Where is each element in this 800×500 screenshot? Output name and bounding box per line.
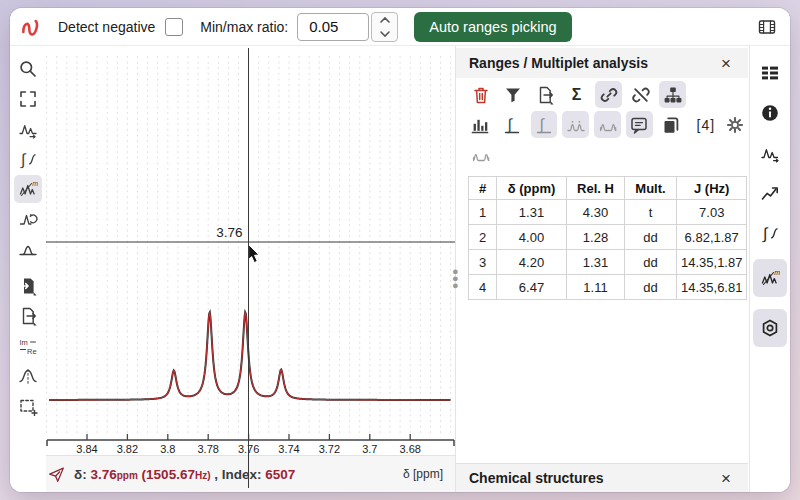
table-cell: 1.31 [567, 250, 625, 275]
panel-resize-handle[interactable]: ●●● [452, 268, 458, 290]
column-header: J (Hz) [677, 177, 747, 200]
tool-export-file[interactable] [531, 81, 558, 108]
table-row[interactable]: 34.201.31dd14.35,1.87 [469, 250, 747, 275]
table-cell: 6.82,1.87 [677, 225, 747, 250]
unlink-icon [631, 85, 651, 105]
minmax-ratio-label: Min/max ratio: [200, 19, 288, 35]
svg-text:3.68: 3.68 [399, 443, 420, 455]
tool-copy[interactable] [658, 111, 685, 138]
auto-ranges-picking-button[interactable]: Auto ranges picking [414, 12, 571, 42]
svg-text:3.72: 3.72 [319, 443, 340, 455]
tool-multiplet[interactable] [594, 111, 621, 138]
svg-text:3.76: 3.76 [216, 225, 242, 240]
tool-export[interactable] [14, 302, 42, 330]
svg-text:3.74: 3.74 [278, 443, 299, 455]
table-cell: 6.47 [497, 275, 567, 300]
svg-text:3.7: 3.7 [362, 443, 377, 455]
tool-phase-correction[interactable] [14, 205, 42, 233]
tool-bar-chart[interactable] [467, 111, 494, 138]
svg-text:Re: Re [27, 347, 37, 356]
table-row[interactable]: 11.314.30t7.03 [469, 200, 747, 225]
tool-sum[interactable]: Σ [563, 81, 590, 108]
integrals-panel-icon: ∫ [760, 223, 780, 243]
svg-text:3.84: 3.84 [76, 443, 97, 455]
table-cell: 4.20 [497, 250, 567, 275]
structures-panel-title: Chemical structures [469, 470, 604, 486]
tool-range-picking[interactable]: m [14, 175, 42, 203]
stepper-up-button[interactable] [372, 13, 397, 27]
tool-integrals-panel[interactable]: ∫ [756, 219, 784, 247]
tool-integral[interactable]: ∫ [14, 145, 42, 173]
link-icon [599, 85, 619, 105]
information-icon [760, 103, 780, 123]
count-icon: [4] [697, 117, 716, 133]
bar-chart-icon [470, 115, 490, 135]
tool-trash[interactable] [467, 81, 494, 108]
tool-multiplet[interactable] [467, 141, 494, 168]
table-row[interactable]: 24.001.28dd6.82,1.87 [469, 225, 747, 250]
table-cell: 7.03 [677, 200, 747, 225]
tool-zoom[interactable] [14, 55, 42, 83]
table-cell: 1.31 [497, 200, 567, 225]
detect-negative-checkbox[interactable] [165, 18, 183, 36]
tool-structures-panel[interactable] [753, 309, 787, 347]
real-imaginary-icon: ImRe [18, 336, 38, 356]
film-icon[interactable] [757, 17, 777, 37]
tool-real-imaginary[interactable]: ImRe [14, 332, 42, 360]
export-icon [18, 306, 38, 326]
svg-text:3.8: 3.8 [160, 443, 175, 455]
tool-expand[interactable] [14, 85, 42, 113]
table-cell: t [625, 200, 677, 225]
gear-icon [725, 115, 745, 135]
table-cell: 1.11 [567, 275, 625, 300]
minmax-ratio-stepper [371, 12, 398, 42]
tool-range-picking[interactable]: m [753, 259, 787, 297]
svg-text:m: m [32, 180, 38, 187]
tool-link[interactable] [595, 81, 622, 108]
tool-integral-underline[interactable]: ∫ [531, 111, 558, 138]
table-header-row: #δ (ppm)Rel. HMult.J (Hz) [469, 177, 747, 200]
tool-integral-underline[interactable]: ∫ [499, 111, 526, 138]
tool-filter[interactable] [499, 81, 526, 108]
app-window: Detect negative Min/max ratio: Auto rang… [10, 8, 790, 492]
sum-icon: Σ [572, 86, 582, 104]
right-sidebar: ∫m [749, 46, 790, 492]
tool-import[interactable] [14, 272, 42, 300]
cursor-position-readout: δ: 3.76ppm (1505.67Hz) , Index: 6507 [74, 467, 295, 482]
tool-peak-picking[interactable] [14, 115, 42, 143]
tool-unlink[interactable] [627, 81, 654, 108]
table-row[interactable]: 46.471.11dd14.35,6.81 [469, 275, 747, 300]
ranges-table: #δ (ppm)Rel. HMult.J (Hz)11.314.30t7.032… [468, 176, 747, 300]
tool-spectra-list[interactable] [756, 59, 784, 87]
tool-exclusion-zone[interactable] [14, 392, 42, 420]
ranges-panel-close-button[interactable]: × [717, 53, 735, 74]
baseline-correction-icon [18, 239, 38, 259]
export-file-icon [535, 85, 555, 105]
svg-text:∫: ∫ [538, 116, 545, 134]
tool-apodization[interactable] [14, 362, 42, 390]
tool-comment[interactable] [626, 111, 653, 138]
table-cell: 1 [469, 200, 497, 225]
tool-tree[interactable] [659, 81, 686, 108]
left-toolbar: ∫mImRe [10, 46, 46, 492]
multiplet-icon [471, 145, 491, 165]
tool-count-counter[interactable]: [4] [689, 111, 716, 138]
tool-information[interactable] [756, 99, 784, 127]
table-cell: 14.35,1.87 [677, 250, 747, 275]
spectra-list-icon [760, 63, 780, 83]
column-header: Mult. [625, 177, 677, 200]
tool-peaks-panel[interactable] [756, 139, 784, 167]
table-cell: 4 [469, 275, 497, 300]
tool-peaks[interactable] [562, 111, 589, 138]
tool-gear[interactable] [721, 111, 748, 138]
integral-icon: ∫ [18, 149, 38, 169]
delta-value: 3.76 [90, 467, 116, 482]
spectrum-chart[interactable]: 3.843.823.83.783.763.743.723.73.683.76 [46, 48, 460, 455]
structures-panel-close-button[interactable]: × [717, 468, 735, 489]
svg-text:Im: Im [20, 338, 28, 347]
minmax-ratio-input[interactable] [297, 13, 369, 41]
tool-baseline-correction[interactable] [14, 235, 42, 263]
stepper-down-button[interactable] [372, 27, 397, 41]
structures-panel-icon [760, 318, 780, 338]
tool-processings-panel[interactable] [756, 179, 784, 207]
